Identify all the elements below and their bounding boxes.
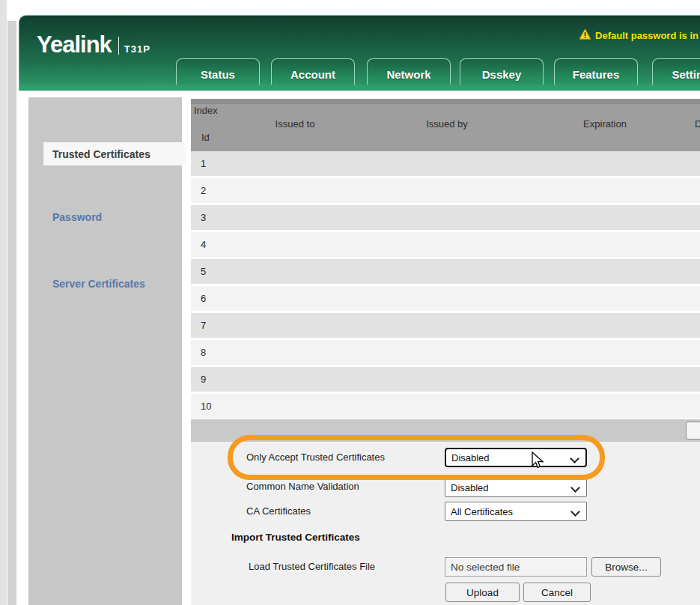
app-header: Yealink T31P Default password is in Stat… <box>19 15 700 91</box>
col-header-id: Id <box>201 132 210 143</box>
table-row: 6 <box>191 286 700 311</box>
table-row: 5 <box>191 259 700 284</box>
col-header-issued-by: Issued by <box>426 118 468 130</box>
import-section-heading: Import Trusted Certificates <box>231 532 360 543</box>
col-header-issued-to: Issued to <box>276 118 315 130</box>
table-row: 9 <box>191 367 700 392</box>
browse-button[interactable]: Browse... <box>591 557 661 577</box>
tab-dsskey[interactable]: Dsskey <box>460 58 544 90</box>
col-header-expiration: Expiration <box>583 118 627 130</box>
table-row: 7 <box>191 313 700 338</box>
table-row: 4 <box>191 232 700 257</box>
common-name-label: Common Name Validation <box>246 481 359 492</box>
screen-edge-strip-2 <box>7 21 16 605</box>
chevron-down-icon <box>570 483 580 493</box>
tab-features[interactable]: Features <box>554 58 638 90</box>
table-row: 10 <box>191 394 700 419</box>
only-accept-label: Only Accept Trusted Certificates <box>246 452 385 463</box>
col-header-delete: Delete <box>695 118 700 130</box>
load-file-label: Load Trusted Certificates File <box>249 561 375 572</box>
tab-status[interactable]: Status <box>176 58 260 90</box>
file-path-input[interactable]: No selected file <box>445 557 587 577</box>
tab-account[interactable]: Account <box>271 58 355 90</box>
chevron-down-icon <box>570 454 579 463</box>
tab-settings[interactable]: Settings <box>652 58 700 90</box>
table-header: Index Id Issued to Issued by Expiration … <box>191 99 700 151</box>
table-row: 2 <box>191 178 700 203</box>
sidebar-item-server-certificates[interactable]: Server Certificates <box>52 278 145 290</box>
ca-certificates-select[interactable]: All Certificates <box>445 502 587 521</box>
sidebar-item-password[interactable]: Password <box>52 211 102 223</box>
cancel-button[interactable]: Cancel <box>523 583 591 602</box>
table-row: 8 <box>191 340 700 365</box>
ca-certificates-label: CA Certificates <box>246 505 311 517</box>
common-name-select[interactable]: Disabled <box>445 478 587 497</box>
table-row: 1 <box>191 151 700 176</box>
chevron-down-icon <box>570 507 580 517</box>
tab-bar: Status Account Network Dsskey Features S… <box>19 16 700 91</box>
only-accept-select[interactable]: Disabled <box>445 448 587 467</box>
screen-edge-strip <box>0 0 7 605</box>
col-header-index: Index <box>194 105 218 116</box>
table-footer-bar <box>191 419 700 442</box>
tab-network[interactable]: Network <box>367 58 451 90</box>
page: Yealink T31P Default password is in Stat… <box>0 0 700 605</box>
upload-button[interactable]: Upload <box>445 583 520 602</box>
delete-button[interactable]: Delete <box>686 422 700 440</box>
sidebar-item-trusted-certificates[interactable]: Trusted Certificates <box>43 142 186 165</box>
sidebar: Password Trusted Certificates Server Cer… <box>28 97 182 605</box>
table-row: 3 <box>191 205 700 230</box>
